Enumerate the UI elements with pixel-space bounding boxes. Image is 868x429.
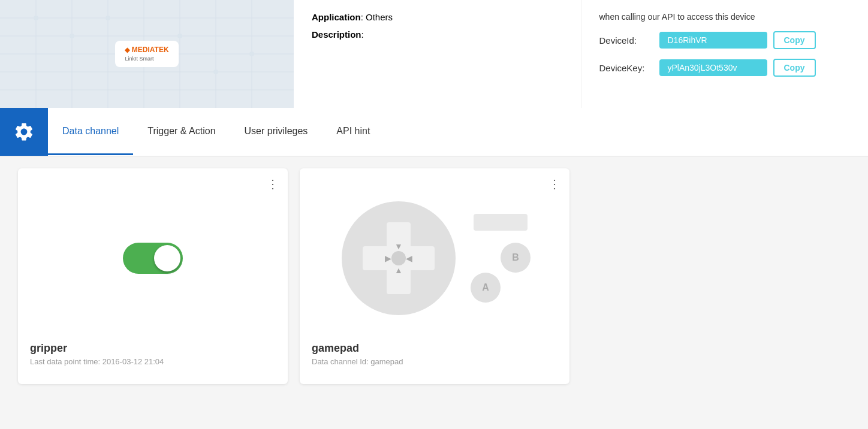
gripper-title: gripper bbox=[30, 342, 276, 355]
gamepad-subtitle: Data channel Id: gamepad bbox=[312, 357, 557, 366]
gripper-card: ⋮ gripper Last data point time: 2016-03-… bbox=[18, 168, 288, 384]
tab-user-privileges[interactable]: User privileges bbox=[230, 109, 323, 155]
device-image: ◆ MEDIATEK LinkIt Smart bbox=[0, 0, 294, 108]
description-info: Description: bbox=[312, 29, 563, 40]
gamepad-card: ⋮ ▲ ▼ ◀ ▶ B A bbox=[300, 168, 569, 384]
svg-point-19 bbox=[249, 52, 254, 56]
top-section: ◆ MEDIATEK LinkIt Smart Application: Oth… bbox=[0, 0, 868, 108]
svg-point-18 bbox=[213, 70, 218, 74]
select-bar[interactable] bbox=[474, 214, 528, 231]
gamepad-title: gamepad bbox=[312, 342, 557, 355]
dpad-area: ▲ ▼ ◀ ▶ bbox=[339, 198, 459, 318]
device-credentials: when calling our API to access this devi… bbox=[581, 0, 869, 108]
button-a[interactable]: A bbox=[471, 273, 501, 303]
copy-device-id-button[interactable]: Copy bbox=[773, 31, 816, 49]
tab-api-hint[interactable]: API hint bbox=[322, 109, 384, 155]
gripper-subtitle: Last data point time: 2016-03-12 21:04 bbox=[30, 357, 276, 366]
gripper-card-menu[interactable]: ⋮ bbox=[267, 177, 279, 191]
settings-icon bbox=[13, 121, 35, 143]
dpad-center bbox=[391, 251, 406, 265]
credentials-hint: when calling our API to access this devi… bbox=[599, 12, 851, 22]
dpad-arrow-down[interactable]: ▼ bbox=[394, 241, 403, 251]
gamepad-card-menu[interactable]: ⋮ bbox=[548, 177, 561, 191]
toggle-container bbox=[30, 180, 276, 336]
device-info: Application: Others Description: bbox=[294, 0, 581, 108]
gamepad-right-controls: B A bbox=[471, 214, 531, 303]
buttons-area: B A bbox=[471, 243, 531, 303]
application-info: Application: Others bbox=[312, 12, 563, 22]
svg-point-14 bbox=[70, 34, 74, 38]
copy-device-key-button[interactable]: Copy bbox=[773, 59, 816, 77]
device-id-row: DeviceId: D16RihVR Copy bbox=[599, 31, 851, 49]
button-b[interactable]: B bbox=[501, 243, 531, 273]
tab-trigger-action[interactable]: Trigger & Action bbox=[133, 109, 230, 155]
mediatek-logo: ◆ MEDIATEK LinkIt Smart bbox=[115, 41, 178, 67]
gripper-toggle[interactable] bbox=[123, 243, 183, 274]
dpad-arrow-up[interactable]: ▲ bbox=[394, 265, 403, 275]
cards-section: ⋮ gripper Last data point time: 2016-03-… bbox=[0, 156, 868, 396]
toggle-knob bbox=[154, 245, 180, 271]
svg-point-17 bbox=[177, 34, 182, 38]
dpad-arrow-left[interactable]: ◀ bbox=[406, 253, 412, 263]
tab-data-channel[interactable]: Data channel bbox=[48, 109, 133, 155]
device-id-value: D16RihVR bbox=[659, 32, 767, 49]
device-key-row: DeviceKey: yPlAn30jL3Ot530v Copy bbox=[599, 59, 851, 77]
device-key-value: yPlAn30jL3Ot530v bbox=[659, 59, 767, 76]
dpad-arrow-right[interactable]: ▶ bbox=[385, 253, 391, 263]
device-id-label: DeviceId: bbox=[599, 35, 653, 46]
svg-point-13 bbox=[34, 16, 38, 20]
tab-icon bbox=[0, 108, 48, 156]
gamepad-container: ▲ ▼ ◀ ▶ B A bbox=[312, 180, 557, 336]
device-key-label: DeviceKey: bbox=[599, 63, 653, 73]
tab-navigation: Data channel Trigger & Action User privi… bbox=[0, 108, 868, 156]
svg-point-15 bbox=[106, 16, 110, 20]
